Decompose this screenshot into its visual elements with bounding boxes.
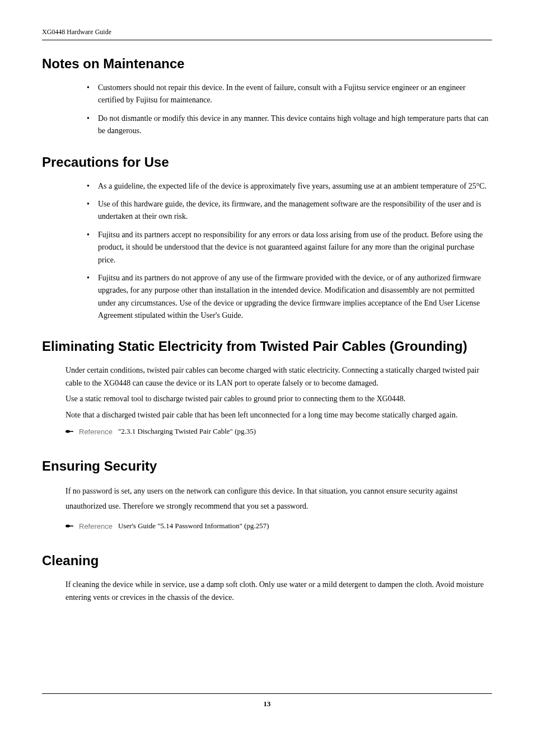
header-bar: XG0448 Hardware Guide — [42, 28, 492, 40]
body-eliminating-static: Under certain conditions, twisted pair c… — [42, 364, 492, 421]
paragraph: Note that a discharged twisted pair cabl… — [65, 409, 492, 421]
svg-rect-3 — [68, 525, 73, 527]
page-footer: 13 — [42, 693, 492, 708]
list-item: Use of this hardware guide, the device, … — [81, 198, 492, 223]
list-item: Customers should not repair this device.… — [81, 82, 492, 107]
list-item: As a guideline, the expected life of the… — [81, 180, 492, 192]
list-item: Fujitsu and its partners accept no respo… — [81, 229, 492, 266]
paragraph: Use a static removal tool to discharge t… — [65, 393, 492, 405]
heading-ensuring-security: Ensuring Security — [42, 458, 492, 474]
body-ensuring-security: If no password is set, any users on the … — [42, 484, 492, 514]
page-number: 13 — [264, 699, 271, 708]
heading-notes-on-maintenance: Notes on Maintenance — [42, 56, 492, 72]
section-notes-on-maintenance: Notes on Maintenance Customers should no… — [42, 56, 492, 138]
reference-label: Reference — [79, 522, 113, 530]
reference-label: Reference — [79, 428, 113, 436]
heading-precautions-for-use: Precautions for Use — [42, 154, 492, 170]
section-ensuring-security: Ensuring Security If no password is set,… — [42, 458, 492, 530]
paragraph: If cleaning the device while in service,… — [65, 579, 492, 604]
reference-row: Reference "2.3.1 Discharging Twisted Pai… — [42, 427, 492, 436]
doc-title: XG0448 Hardware Guide — [42, 28, 111, 36]
body-cleaning: If cleaning the device while in service,… — [42, 579, 492, 604]
section-cleaning: Cleaning If cleaning the device while in… — [42, 553, 492, 604]
reference-row: Reference User's Guide "5.14 Password In… — [42, 522, 492, 530]
section-eliminating-static: Eliminating Static Electricity from Twis… — [42, 339, 492, 436]
reference-bullet-icon — [65, 429, 73, 434]
bullets-precautions-for-use: As a guideline, the expected life of the… — [42, 180, 492, 322]
heading-eliminating-static: Eliminating Static Electricity from Twis… — [42, 339, 492, 354]
svg-rect-1 — [68, 431, 73, 432]
reference-bullet-icon — [65, 523, 73, 529]
heading-cleaning: Cleaning — [42, 553, 492, 569]
section-precautions-for-use: Precautions for Use As a guideline, the … — [42, 154, 492, 322]
bullets-notes-on-maintenance: Customers should not repair this device.… — [42, 82, 492, 138]
paragraph: If no password is set, any users on the … — [65, 484, 492, 514]
list-item: Do not dismantle or modify this device i… — [81, 112, 492, 138]
list-item: Fujitsu and its partners do not approve … — [81, 272, 492, 322]
paragraph: Under certain conditions, twisted pair c… — [65, 364, 492, 389]
reference-text: "2.3.1 Discharging Twisted Pair Cable" (… — [118, 427, 256, 436]
reference-text: User's Guide "5.14 Password Information"… — [118, 522, 269, 530]
